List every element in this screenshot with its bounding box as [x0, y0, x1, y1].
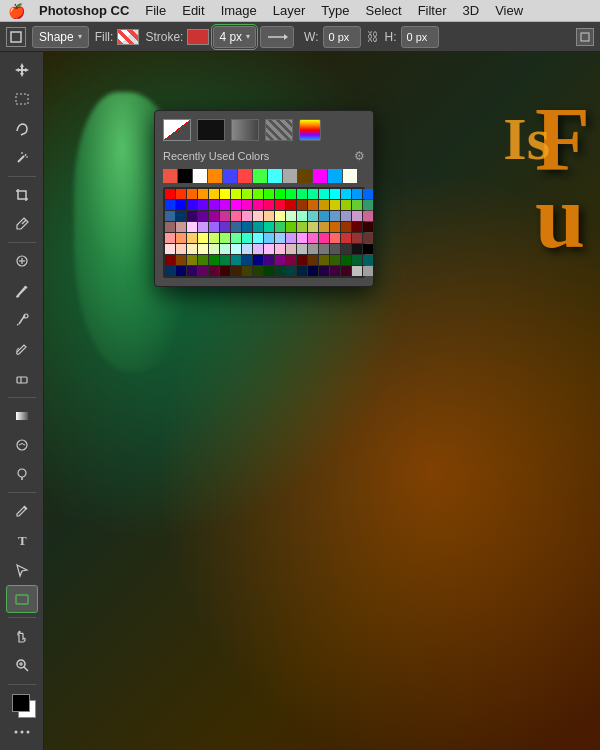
- color-swatch-104[interactable]: [264, 244, 274, 254]
- recent-swatch-2[interactable]: [178, 169, 192, 183]
- recent-swatch-4[interactable]: [208, 169, 222, 183]
- color-swatch-95[interactable]: [165, 244, 175, 254]
- color-swatch-101[interactable]: [231, 244, 241, 254]
- recent-swatch-11[interactable]: [313, 169, 327, 183]
- color-swatch-102[interactable]: [242, 244, 252, 254]
- color-swatch-64[interactable]: [242, 222, 252, 232]
- color-swatch-139[interactable]: [231, 266, 241, 276]
- recent-swatch-8[interactable]: [268, 169, 282, 183]
- color-swatch-37[interactable]: [363, 200, 373, 210]
- color-swatch-93[interactable]: [352, 233, 362, 243]
- color-swatch-138[interactable]: [220, 266, 230, 276]
- color-swatch-128[interactable]: [319, 255, 329, 265]
- recent-swatch-12[interactable]: [328, 169, 342, 183]
- color-swatch-79[interactable]: [198, 233, 208, 243]
- tool-type[interactable]: T: [6, 526, 38, 554]
- color-swatch-28[interactable]: [264, 200, 274, 210]
- color-swatch-34[interactable]: [330, 200, 340, 210]
- color-swatch-113[interactable]: [363, 244, 373, 254]
- color-swatch-2[interactable]: [187, 189, 197, 199]
- tool-crop[interactable]: [6, 181, 38, 209]
- color-swatch-98[interactable]: [198, 244, 208, 254]
- color-swatch-126[interactable]: [297, 255, 307, 265]
- menu-type[interactable]: Type: [314, 0, 356, 22]
- color-swatch-43[interactable]: [220, 211, 230, 221]
- menu-3d[interactable]: 3D: [456, 0, 487, 22]
- pattern-swatch[interactable]: [265, 119, 293, 141]
- canvas-options-icon[interactable]: [576, 28, 594, 46]
- color-swatch-32[interactable]: [308, 200, 318, 210]
- tool-zoom[interactable]: [6, 651, 38, 679]
- color-swatch-0[interactable]: [165, 189, 175, 199]
- color-swatch-14[interactable]: [319, 189, 329, 199]
- recent-swatch-5[interactable]: [223, 169, 237, 183]
- tool-pen[interactable]: [6, 497, 38, 525]
- color-swatch-13[interactable]: [308, 189, 318, 199]
- color-swatch-78[interactable]: [187, 233, 197, 243]
- color-swatch-118[interactable]: [209, 255, 219, 265]
- menu-layer[interactable]: Layer: [266, 0, 313, 22]
- color-swatch-147[interactable]: [319, 266, 329, 276]
- color-swatch-70[interactable]: [308, 222, 318, 232]
- color-swatch-67[interactable]: [275, 222, 285, 232]
- color-swatch-134[interactable]: [176, 266, 186, 276]
- color-swatch-39[interactable]: [176, 211, 186, 221]
- tool-lasso[interactable]: [6, 115, 38, 143]
- color-swatch-31[interactable]: [297, 200, 307, 210]
- shape-mode-selector[interactable]: Shape ▾: [32, 26, 89, 48]
- stroke-style-selector[interactable]: [260, 26, 294, 48]
- apple-menu[interactable]: 🍎: [8, 3, 24, 19]
- color-swatch-55[interactable]: [352, 211, 362, 221]
- color-swatch-107[interactable]: [297, 244, 307, 254]
- color-swatch-27[interactable]: [253, 200, 263, 210]
- color-swatch-74[interactable]: [352, 222, 362, 232]
- color-swatch-7[interactable]: [242, 189, 252, 199]
- color-swatch-66[interactable]: [264, 222, 274, 232]
- color-swatch-140[interactable]: [242, 266, 252, 276]
- color-swatch-91[interactable]: [330, 233, 340, 243]
- color-swatch-33[interactable]: [319, 200, 329, 210]
- color-swatch-4[interactable]: [209, 189, 219, 199]
- tool-eyedropper[interactable]: [6, 210, 38, 238]
- tool-move[interactable]: [6, 56, 38, 84]
- color-swatch-80[interactable]: [209, 233, 219, 243]
- color-swatch-44[interactable]: [231, 211, 241, 221]
- color-swatch-88[interactable]: [297, 233, 307, 243]
- gradient-swatch[interactable]: [231, 119, 259, 141]
- tool-dodge[interactable]: [6, 460, 38, 488]
- color-swatch-10[interactable]: [275, 189, 285, 199]
- color-swatch-146[interactable]: [308, 266, 318, 276]
- tool-gradient[interactable]: [6, 401, 38, 429]
- color-swatch-42[interactable]: [209, 211, 219, 221]
- color-swatch-106[interactable]: [286, 244, 296, 254]
- color-swatch-135[interactable]: [187, 266, 197, 276]
- tool-marquee-rect[interactable]: [6, 85, 38, 113]
- color-swatch-97[interactable]: [187, 244, 197, 254]
- color-swatch-109[interactable]: [319, 244, 329, 254]
- color-swatch-23[interactable]: [209, 200, 219, 210]
- recent-swatch-6[interactable]: [238, 169, 252, 183]
- color-swatch-25[interactable]: [231, 200, 241, 210]
- color-swatch-24[interactable]: [220, 200, 230, 210]
- color-swatch-51[interactable]: [308, 211, 318, 221]
- color-swatch-89[interactable]: [308, 233, 318, 243]
- tool-shape[interactable]: [6, 585, 38, 613]
- color-swatch-57[interactable]: [165, 222, 175, 232]
- color-swatch-121[interactable]: [242, 255, 252, 265]
- color-swatch-114[interactable]: [165, 255, 175, 265]
- menu-edit[interactable]: Edit: [175, 0, 211, 22]
- color-swatch-85[interactable]: [264, 233, 274, 243]
- color-swatch-81[interactable]: [220, 233, 230, 243]
- color-swatch-124[interactable]: [275, 255, 285, 265]
- recent-swatch-10[interactable]: [298, 169, 312, 183]
- color-swatch-12[interactable]: [297, 189, 307, 199]
- color-swatch-19[interactable]: [165, 200, 175, 210]
- popup-gear-icon[interactable]: ⚙: [354, 149, 365, 163]
- color-swatch-9[interactable]: [264, 189, 274, 199]
- color-swatch-11[interactable]: [286, 189, 296, 199]
- color-swatch-86[interactable]: [275, 233, 285, 243]
- color-swatch-119[interactable]: [220, 255, 230, 265]
- color-swatch-53[interactable]: [330, 211, 340, 221]
- color-swatch-68[interactable]: [286, 222, 296, 232]
- color-swatch-6[interactable]: [231, 189, 241, 199]
